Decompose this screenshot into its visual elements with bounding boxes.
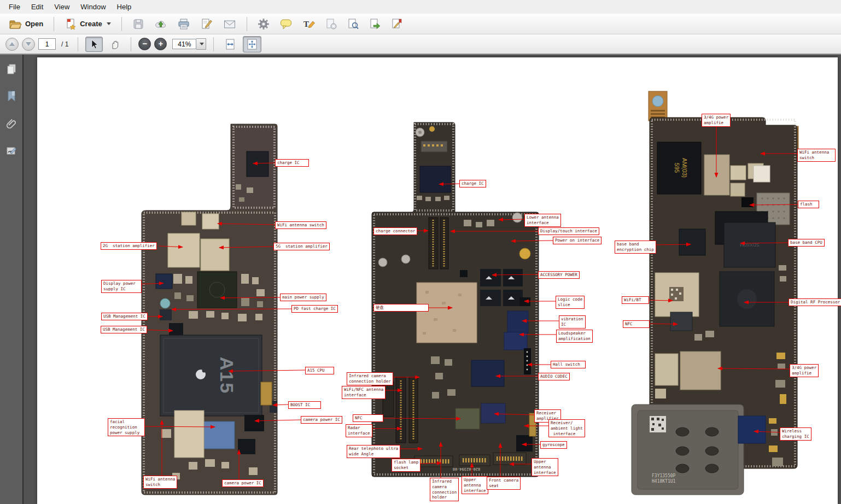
page-total-label: / 1 bbox=[61, 40, 68, 48]
document-export-icon bbox=[369, 18, 381, 30]
sign-button[interactable] bbox=[197, 16, 217, 32]
open-button[interactable]: Open bbox=[5, 16, 46, 32]
signature-icon bbox=[5, 145, 17, 157]
zoom-in-button[interactable]: + bbox=[154, 38, 167, 50]
toolbar-separator bbox=[54, 17, 54, 31]
bookmark-icon bbox=[6, 90, 17, 102]
zoom-caret-icon bbox=[200, 43, 204, 45]
doc-edit-button[interactable] bbox=[388, 16, 406, 32]
share-upload-button[interactable] bbox=[151, 16, 171, 32]
menu-view[interactable]: View bbox=[49, 1, 75, 13]
create-button[interactable]: Create bbox=[61, 16, 114, 32]
page-navigation-toolbar: / 1 − + 41% bbox=[0, 34, 841, 55]
main-toolbar: Open Create bbox=[0, 14, 841, 34]
signatures-button[interactable] bbox=[4, 143, 19, 159]
email-button[interactable] bbox=[220, 16, 240, 32]
toolbar-separator bbox=[78, 37, 78, 51]
printer-icon bbox=[177, 18, 190, 30]
menu-edit[interactable]: Edit bbox=[26, 1, 49, 13]
document-edit-icon bbox=[391, 18, 403, 30]
toolbar-separator bbox=[247, 17, 247, 31]
print-button[interactable] bbox=[174, 16, 194, 32]
attachments-button[interactable] bbox=[4, 116, 19, 131]
menu-bar: File Edit View Window Help bbox=[0, 0, 841, 14]
toolbar-separator bbox=[131, 37, 131, 51]
select-tool-button[interactable] bbox=[85, 37, 103, 52]
page-number-input[interactable] bbox=[38, 38, 56, 50]
document-x-icon bbox=[325, 18, 337, 30]
bookmarks-button[interactable] bbox=[4, 89, 19, 104]
gear-icon bbox=[258, 18, 270, 30]
page-thumbnails-icon bbox=[5, 63, 17, 75]
fit-width-icon bbox=[224, 38, 236, 50]
zoom-level-value[interactable]: 41% bbox=[172, 39, 196, 49]
doc-delete-button[interactable] bbox=[322, 16, 341, 32]
toolbar-separator bbox=[121, 17, 122, 31]
comment-button[interactable] bbox=[276, 16, 296, 32]
document-search-icon bbox=[347, 18, 359, 30]
menu-window[interactable]: Window bbox=[75, 1, 111, 13]
doc-export-button[interactable] bbox=[366, 16, 384, 32]
toolbar-separator bbox=[213, 37, 214, 51]
highlight-text-button[interactable]: T bbox=[299, 16, 319, 32]
page-thumbnails-button[interactable] bbox=[4, 61, 19, 77]
zoom-dropdown-button[interactable] bbox=[196, 38, 206, 50]
settings-button[interactable] bbox=[254, 16, 273, 32]
open-folder-icon bbox=[9, 19, 22, 30]
down-arrow-icon bbox=[26, 42, 31, 46]
previous-page-button[interactable] bbox=[5, 38, 19, 51]
next-page-button[interactable] bbox=[22, 38, 35, 51]
fit-page-icon bbox=[246, 38, 258, 50]
save-floppy-icon bbox=[132, 18, 144, 30]
navigation-sidebar bbox=[0, 55, 24, 504]
create-pdf-icon bbox=[65, 18, 77, 30]
envelope-icon bbox=[223, 18, 236, 30]
open-label: Open bbox=[25, 20, 43, 28]
zoom-out-button[interactable]: − bbox=[138, 38, 151, 50]
speech-bubble-icon bbox=[279, 18, 293, 30]
up-arrow-icon bbox=[9, 42, 15, 46]
paperclip-icon bbox=[5, 118, 17, 130]
create-dropdown-caret bbox=[107, 22, 111, 25]
create-label: Create bbox=[80, 20, 102, 28]
cloud-upload-icon bbox=[154, 18, 167, 30]
fit-width-button[interactable] bbox=[221, 36, 240, 52]
select-cursor-icon bbox=[89, 39, 100, 50]
fit-page-button[interactable] bbox=[243, 36, 261, 52]
pdf-page[interactable] bbox=[37, 57, 838, 504]
pdf-viewer-window: File Edit View Window Help Open Create bbox=[0, 0, 841, 504]
highlight-text-icon: T bbox=[302, 18, 316, 30]
hand-tool-button[interactable] bbox=[106, 37, 124, 52]
save-button[interactable] bbox=[129, 16, 148, 32]
sign-pen-icon bbox=[200, 18, 213, 30]
menu-help[interactable]: Help bbox=[112, 1, 137, 13]
menu-file[interactable]: File bbox=[3, 1, 26, 13]
doc-search-button[interactable] bbox=[344, 16, 363, 32]
svg-text:T: T bbox=[303, 20, 309, 28]
hand-tool-icon bbox=[109, 39, 120, 50]
